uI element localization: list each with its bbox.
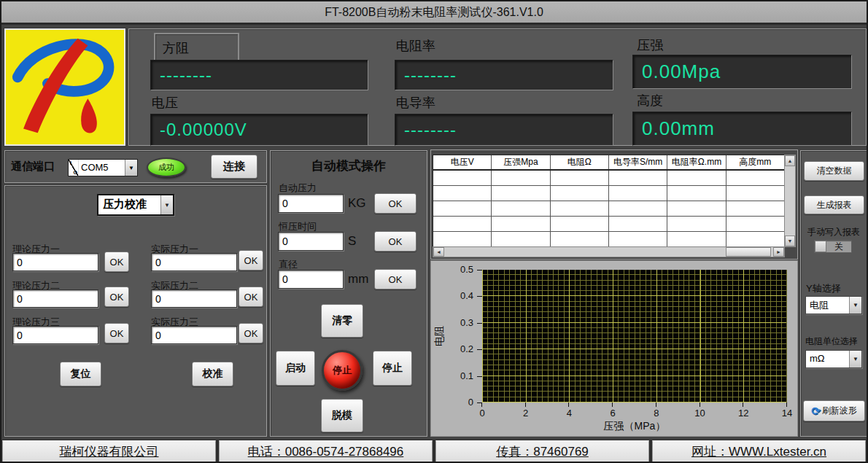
toggle-knob[interactable] <box>815 241 826 252</box>
table-row[interactable] <box>433 171 784 186</box>
table-vertical-scrollbar[interactable]: ▲ ▼ <box>784 155 796 247</box>
reset-button[interactable]: 复位 <box>60 362 101 386</box>
window-title: FT-8200B自动粉末电阻率测试仪-361.V1.0 <box>325 6 543 18</box>
y-tick-label: 0.5 <box>460 264 473 275</box>
hold-time-unit: S <box>348 234 356 249</box>
right-sidebar: 清空数据 生成报表 手动写入报表 关 Y轴选择 电阻 ▼ 电阻单位选择 mΩ ▼… <box>800 150 867 437</box>
pressure-label: 压强 <box>637 36 663 54</box>
table-cell <box>726 186 784 201</box>
conductivity-label: 电导率 <box>396 94 435 112</box>
unit-select-value: mΩ <box>806 351 849 367</box>
theory-pressure-3-input[interactable] <box>12 326 98 344</box>
diameter-input[interactable] <box>278 270 344 289</box>
scroll-up-icon[interactable]: ▲ <box>785 155 795 166</box>
chevron-down-icon[interactable]: ▼ <box>849 351 861 367</box>
height-label: 高度 <box>637 92 663 109</box>
results-table: 电压V压强Mpa电阻Ω电导率S/mm电阻率Ω.mm高度mm <box>433 155 785 247</box>
measurement-panel: 方阻 -------- 电压 -0.00000V 电阻率 -------- 电导… <box>128 28 867 146</box>
x-tick-label: 12 <box>738 408 748 419</box>
table-cell <box>492 217 550 231</box>
chevron-down-icon[interactable]: ▼ <box>849 297 861 314</box>
comm-port-box: 通信端口 IO COM5 ▼ 成功 连接 <box>4 150 267 183</box>
actual-pressure-2-ok-button[interactable]: OK <box>239 287 263 307</box>
y-axis-select[interactable]: 电阻 ▼ <box>805 296 862 314</box>
table-cell <box>726 201 784 216</box>
plot-area <box>482 270 787 402</box>
diameter-ok-button[interactable]: OK <box>374 269 416 289</box>
actual-pressure-3-input[interactable] <box>151 326 237 344</box>
manual-report-toggle[interactable]: 关 <box>814 240 852 253</box>
column-header: 电阻率Ω.mm <box>667 155 726 169</box>
demold-button[interactable]: 脱模 <box>321 399 363 432</box>
connect-button[interactable]: 连接 <box>211 155 257 179</box>
unit-select[interactable]: mΩ ▼ <box>805 350 862 368</box>
x-tick-label: 8 <box>654 408 659 419</box>
chevron-down-icon[interactable]: ▼ <box>125 160 137 176</box>
footer-company: 瑞柯仪器有限公司 <box>2 440 216 462</box>
theory-pressure-1-input[interactable] <box>12 253 98 271</box>
stop-button[interactable]: 停止 <box>373 351 412 386</box>
table-cell <box>667 186 726 201</box>
calibrate-button[interactable]: 校准 <box>192 362 233 386</box>
com-port-value: COM5 <box>79 160 125 176</box>
chevron-down-icon[interactable]: ▼ <box>160 195 173 214</box>
y-axis-select-value: 电阻 <box>806 297 849 314</box>
theory-pressure-2-input[interactable] <box>12 289 98 308</box>
auto-pressure-unit: KG <box>348 196 366 211</box>
scroll-down-icon[interactable]: ▼ <box>785 236 795 246</box>
calibration-mode-select[interactable]: 压力校准 ▼ <box>97 194 174 216</box>
table-row[interactable] <box>433 186 784 201</box>
theory-pressure-1-ok-button[interactable]: OK <box>104 252 129 272</box>
table-row[interactable] <box>433 217 784 232</box>
table-cell <box>726 217 784 231</box>
table-cell <box>726 232 784 246</box>
clear-data-button[interactable]: 清空数据 <box>804 161 864 181</box>
table-cell <box>609 171 667 185</box>
table-row[interactable] <box>433 232 784 246</box>
table-cell <box>726 171 784 185</box>
table-cell <box>492 186 550 201</box>
auto-mode-title: 自动模式操作 <box>271 157 427 174</box>
x-tick-marks <box>482 402 787 407</box>
generate-report-button[interactable]: 生成报表 <box>804 195 864 214</box>
toggle-state: 关 <box>826 241 851 252</box>
x-tick-label: 2 <box>523 408 528 419</box>
actual-pressure-3-ok-button[interactable]: OK <box>239 323 263 343</box>
pressure-display: 0.00Mpa <box>632 55 852 89</box>
x-tick-label: 0 <box>479 408 484 419</box>
table-cell <box>551 186 609 201</box>
clear-zero-button[interactable]: 清零 <box>321 304 363 338</box>
table-cell <box>609 217 667 231</box>
auto-pressure-label: 自动压力 <box>279 182 317 195</box>
emergency-stop-button[interactable]: 停止 <box>322 350 363 391</box>
auto-pressure-input[interactable] <box>278 194 344 213</box>
table-horizontal-scrollbar[interactable]: ◄ ► <box>433 246 785 257</box>
table-cell <box>667 201 726 216</box>
start-button[interactable]: 启动 <box>276 351 315 386</box>
footer-phone: 电话：0086-0574-27868496 <box>219 440 433 462</box>
x-tick-label: 4 <box>567 408 572 419</box>
sheet-resistance-label: 方阻 <box>154 33 239 61</box>
scroll-right-icon[interactable]: ► <box>773 247 784 257</box>
actual-pressure-1-ok-button[interactable]: OK <box>239 250 263 271</box>
y-tick-label: 0.1 <box>460 370 473 381</box>
theory-pressure-3-ok-button[interactable]: OK <box>104 323 129 343</box>
hold-time-input[interactable] <box>278 232 344 251</box>
actual-pressure-1-input[interactable] <box>151 253 237 271</box>
scroll-left-icon[interactable]: ◄ <box>433 247 444 257</box>
table-cell <box>433 217 492 231</box>
scrollbar-thumb[interactable] <box>726 247 771 257</box>
auto-pressure-ok-button[interactable]: OK <box>374 193 416 214</box>
theory-pressure-2-ok-button[interactable]: OK <box>104 287 129 307</box>
manual-report-label: 手动写入报表 <box>801 226 867 238</box>
hold-time-ok-button[interactable]: OK <box>374 231 416 252</box>
column-header: 电阻Ω <box>551 155 609 169</box>
table-cell <box>492 232 550 246</box>
table-cell <box>433 232 492 246</box>
x-tick-label: 6 <box>611 408 616 419</box>
table-row[interactable] <box>433 201 784 217</box>
y-tick-label: 0.2 <box>460 343 473 354</box>
refresh-waveform-button[interactable]: ⟳ 刷新波形 <box>803 400 865 421</box>
actual-pressure-2-input[interactable] <box>151 289 237 308</box>
com-port-select[interactable]: IO COM5 ▼ <box>68 159 138 176</box>
